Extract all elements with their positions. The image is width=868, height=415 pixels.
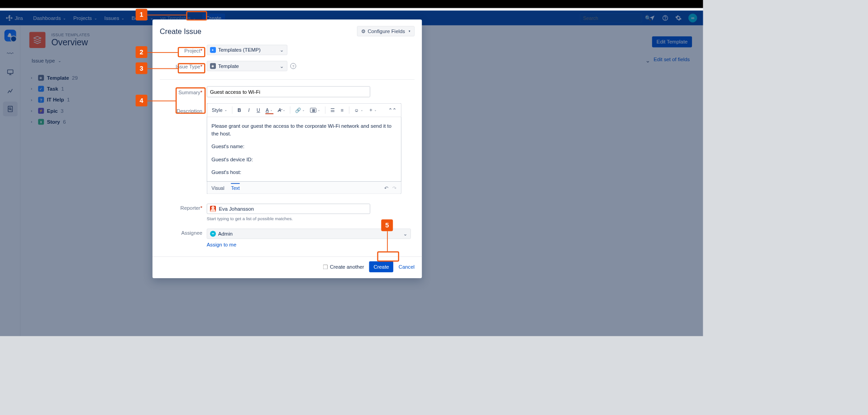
project-label: Project* — [160, 46, 207, 53]
global-search[interactable]: 🔍 — [580, 13, 642, 23]
create-another-input[interactable] — [323, 265, 328, 270]
cancel-link[interactable]: Cancel — [399, 264, 415, 270]
attachment-icon[interactable]: ▦ — [308, 106, 322, 114]
left-rail: 〰 — [0, 25, 20, 336]
svg-rect-2 — [7, 70, 13, 73]
chevron-down-icon: ⌄ — [94, 16, 97, 20]
edit-template-button[interactable]: Edit Template — [652, 36, 692, 47]
reporter-input[interactable]: Eva Johansson — [207, 203, 370, 214]
assignee-label: Assignee — [160, 229, 207, 236]
template-type-icon — [38, 75, 44, 81]
chevron-down-icon: ▾ — [409, 29, 410, 33]
emoji-icon[interactable]: ☺ — [353, 106, 365, 115]
breadcrumb: ISSUE TEMPLATES — [51, 33, 90, 37]
bold-icon[interactable]: B — [235, 106, 243, 115]
user-avatar-icon — [210, 206, 216, 212]
nav-projects[interactable]: Projects⌄ — [71, 10, 99, 25]
task-type-icon — [38, 86, 44, 92]
description-textarea[interactable]: Please grant our guest the access to the… — [207, 117, 401, 182]
chevron-right-icon: › — [31, 97, 35, 102]
toolbar-style[interactable]: Style — [210, 106, 229, 115]
chevron-down-icon: ⌄ — [63, 16, 66, 20]
rail-reports-icon[interactable] — [3, 83, 17, 98]
editor-toolbar: Style B I U A A 🔗 ▦ — [207, 103, 401, 117]
epic-type-icon — [38, 108, 44, 114]
clear-format-icon[interactable]: A — [276, 106, 287, 115]
undo-icon[interactable]: ↶ — [384, 185, 389, 191]
rail-activity-icon[interactable]: 〰 — [3, 47, 17, 61]
rail-search-doc-icon[interactable] — [3, 101, 17, 116]
create-submit-button[interactable]: Create — [369, 261, 393, 272]
nav-boards[interactable]: Boards⌄ — [129, 10, 155, 25]
project-icon — [210, 47, 216, 53]
settings-icon[interactable] — [675, 14, 682, 21]
story-type-icon — [38, 119, 44, 125]
edit-set-of-fields-link[interactable]: Edit set of fields — [645, 56, 690, 63]
issue-type-label: Issue Type* — [160, 63, 207, 70]
italic-icon[interactable]: I — [245, 106, 253, 115]
assignee-select[interactable]: Admin — [207, 229, 411, 239]
rail-monitor-icon[interactable] — [3, 65, 17, 79]
help-type-icon — [38, 97, 44, 103]
summary-input[interactable] — [207, 86, 370, 97]
chevron-down-icon: ⌄ — [58, 58, 61, 63]
bullet-list-icon[interactable]: ☰ — [329, 106, 337, 115]
search-input[interactable] — [583, 15, 645, 21]
svg-point-1 — [665, 19, 666, 19]
collapse-icon[interactable]: ⌃⌃ — [386, 106, 398, 115]
assign-to-me-link[interactable]: Assign to me — [207, 242, 237, 248]
text-color-icon[interactable]: A — [264, 106, 275, 115]
chevron-right-icon: › — [31, 119, 35, 124]
page-title: Overview — [51, 37, 90, 48]
brand-text: Jira — [14, 15, 23, 21]
numbered-list-icon[interactable]: ≡ — [338, 106, 346, 115]
overview-project-icon — [29, 32, 46, 48]
chevron-right-icon: › — [31, 108, 35, 113]
gear-icon: ⚙ — [361, 29, 366, 34]
profile-avatar[interactable] — [688, 14, 697, 22]
reporter-label: Reporter* — [160, 203, 207, 211]
issue-type-filter[interactable]: Issue type⌄ — [29, 56, 63, 65]
more-icon[interactable]: ＋ — [367, 105, 379, 115]
help-icon[interactable]: ? — [290, 63, 296, 69]
nav-issues[interactable]: Issues⌄ — [102, 10, 127, 25]
link-icon[interactable]: 🔗 — [293, 106, 307, 115]
create-issue-modal: Create Issue ⚙ Configure Fields ▾ Projec… — [153, 19, 422, 278]
create-another-checkbox[interactable]: Create another — [323, 264, 364, 270]
svg-rect-3 — [8, 106, 12, 111]
issue-type-icon — [210, 63, 216, 69]
summary-label: Summary* — [160, 88, 207, 95]
jira-logo[interactable]: Jira — [6, 14, 23, 22]
configure-fields-button[interactable]: ⚙ Configure Fields ▾ — [357, 26, 415, 37]
nav-dashboards[interactable]: Dashboards⌄ — [31, 10, 68, 25]
reporter-hint: Start typing to get a list of possible m… — [207, 216, 415, 221]
description-editor: Style B I U A A 🔗 ▦ — [207, 103, 401, 194]
tab-visual[interactable]: Visual — [211, 183, 224, 192]
modal-title: Create Issue — [160, 27, 201, 36]
redo-icon[interactable]: ↷ — [392, 185, 397, 191]
issue-type-select[interactable]: Template — [207, 61, 287, 71]
help-icon[interactable] — [662, 14, 669, 21]
chevron-down-icon: ⌄ — [121, 16, 124, 20]
project-select[interactable]: Templates (TEMP) — [207, 45, 287, 55]
rail-app-icon[interactable] — [3, 28, 17, 43]
admin-avatar-icon — [210, 231, 216, 236]
underline-icon[interactable]: U — [254, 106, 262, 115]
tab-text[interactable]: Text — [231, 183, 239, 192]
chevron-right-icon: › — [31, 75, 35, 80]
notifications-icon[interactable] — [649, 14, 656, 21]
description-label: Description — [160, 103, 207, 114]
chevron-right-icon: › — [31, 86, 35, 91]
